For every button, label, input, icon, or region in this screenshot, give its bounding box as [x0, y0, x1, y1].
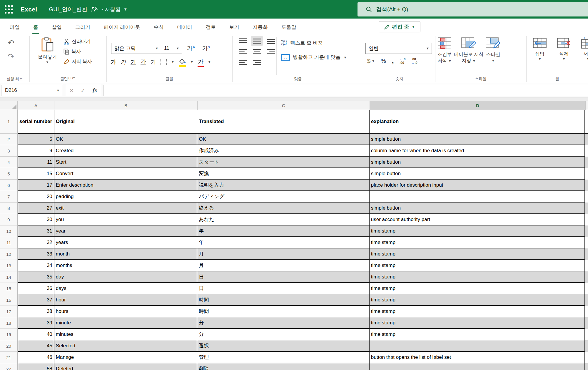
- tab-data[interactable]: 데이터: [171, 19, 199, 36]
- cell-serial[interactable]: 17: [18, 180, 54, 191]
- comma-format-button[interactable]: ,: [392, 59, 394, 63]
- cell-translated[interactable]: 終える: [197, 203, 369, 214]
- cell-original[interactable]: Selected: [54, 340, 198, 352]
- cell-original[interactable]: hours: [54, 306, 198, 317]
- row-number[interactable]: 5: [0, 168, 18, 180]
- cell-explanation[interactable]: time stamp: [370, 329, 585, 340]
- cell-original[interactable]: Enter description: [54, 180, 198, 191]
- align-bottom-button[interactable]: [265, 36, 277, 46]
- file-name[interactable]: GUI_언어_변환: [49, 6, 87, 13]
- cell-translated[interactable]: 月: [197, 260, 369, 271]
- row-number[interactable]: 9: [0, 214, 18, 225]
- cell-styles-button[interactable]: 스타일 ▼: [486, 37, 500, 64]
- row-number[interactable]: 12: [0, 248, 18, 260]
- row-number[interactable]: 8: [0, 203, 18, 214]
- cell-extra[interactable]: [585, 352, 588, 363]
- formula-input[interactable]: [103, 85, 588, 96]
- tab-insert[interactable]: 삽입: [45, 19, 69, 36]
- double-underline-button[interactable]: 가: [141, 59, 146, 65]
- cell-serial[interactable]: 5: [18, 134, 54, 145]
- cell-explanation[interactable]: simple button: [370, 157, 585, 168]
- row-number[interactable]: 13: [0, 260, 18, 271]
- cell-translated-header[interactable]: Translated: [197, 110, 369, 134]
- cell-serial[interactable]: 40: [18, 329, 54, 340]
- insert-function-icon[interactable]: fx: [93, 87, 97, 94]
- cell-serial[interactable]: 39: [18, 317, 54, 329]
- cell-extra[interactable]: [585, 340, 588, 352]
- cell-original[interactable]: Created: [54, 145, 198, 157]
- cell-extra[interactable]: [585, 145, 588, 157]
- redo-icon[interactable]: ↷: [8, 53, 14, 61]
- cell-serial[interactable]: 58: [18, 363, 54, 370]
- borders-chevron-icon[interactable]: ▼: [171, 60, 174, 64]
- paste-button[interactable]: 붙여넣기 ▼: [33, 37, 62, 74]
- cell-extra[interactable]: [585, 225, 588, 237]
- cell-extra[interactable]: [585, 363, 588, 370]
- cell-translated[interactable]: 時間: [197, 294, 369, 306]
- delete-cells-button[interactable]: 삭제 ▼: [554, 37, 573, 61]
- cell-original[interactable]: month: [54, 248, 198, 260]
- cell-original[interactable]: you: [54, 214, 198, 225]
- cell-explanation[interactable]: time stamp: [370, 317, 585, 329]
- cell-original-header[interactable]: Original: [54, 110, 198, 134]
- cut-button[interactable]: 잘라내기: [64, 39, 91, 45]
- cell-original[interactable]: years: [54, 237, 198, 248]
- row-number[interactable]: 7: [0, 191, 18, 203]
- cell-explanation[interactable]: time stamp: [370, 225, 585, 237]
- cell-extra[interactable]: [585, 329, 588, 340]
- cell-original[interactable]: year: [54, 225, 198, 237]
- cell-explanation[interactable]: [370, 363, 585, 370]
- tab-page-layout[interactable]: 페이지 레이아웃: [97, 19, 147, 36]
- row-number[interactable]: 1: [0, 110, 18, 134]
- cell-serial[interactable]: 37: [18, 294, 54, 306]
- cell-serial[interactable]: 20: [18, 191, 54, 203]
- row-number[interactable]: 3: [0, 145, 18, 157]
- cell-explanation[interactable]: time stamp: [370, 237, 585, 248]
- align-right-button[interactable]: [265, 47, 277, 57]
- tab-view[interactable]: 보기: [223, 19, 246, 36]
- cell-extra[interactable]: [585, 214, 588, 225]
- merge-center-button[interactable]: ↔ 병합하고 가운데 맞춤 ▼: [281, 54, 347, 61]
- cell-extra[interactable]: [585, 317, 588, 329]
- cell-translated[interactable]: 管理: [197, 352, 369, 363]
- row-number[interactable]: 22: [0, 363, 18, 370]
- grow-font-button[interactable]: 가∧: [187, 44, 195, 52]
- cell-extra[interactable]: [585, 134, 588, 145]
- cell-original[interactable]: minute: [54, 317, 198, 329]
- format-painter-button[interactable]: 서식 복사: [64, 59, 92, 65]
- cell-translated[interactable]: OK: [197, 134, 369, 145]
- cell-extra[interactable]: [585, 248, 588, 260]
- save-status[interactable]: - 저장됨: [101, 6, 121, 13]
- cell-explanation[interactable]: time stamp: [370, 248, 585, 260]
- font-color-chevron-icon[interactable]: ▼: [208, 60, 211, 64]
- cell-translated[interactable]: 変換: [197, 168, 369, 180]
- cell-serial[interactable]: 27: [18, 203, 54, 214]
- tab-home[interactable]: 홈: [26, 19, 45, 36]
- cell-original[interactable]: Start: [54, 157, 198, 168]
- cell-extra[interactable]: [585, 110, 588, 134]
- cell-serial[interactable]: 45: [18, 340, 54, 352]
- cell-original[interactable]: minutes: [54, 329, 198, 340]
- row-number[interactable]: 18: [0, 317, 18, 329]
- tab-automate[interactable]: 자동화: [246, 19, 275, 36]
- cell-extra[interactable]: [585, 271, 588, 283]
- search-input[interactable]: 검색(Alt + Q): [358, 2, 588, 16]
- cell-explanation[interactable]: simple button: [370, 134, 585, 145]
- cell-serial[interactable]: 46: [18, 352, 54, 363]
- cell-explanation[interactable]: button that opens the list of label set: [370, 352, 585, 363]
- tab-formulas[interactable]: 수식: [147, 19, 171, 36]
- tab-file[interactable]: 파일: [3, 19, 26, 36]
- row-number[interactable]: 20: [0, 340, 18, 352]
- cell-original[interactable]: exit: [54, 203, 198, 214]
- cell-extra[interactable]: [585, 191, 588, 203]
- cell-serial[interactable]: 35: [18, 271, 54, 283]
- row-number[interactable]: 21: [0, 352, 18, 363]
- align-middle-button[interactable]: [251, 36, 263, 46]
- cell-explanation[interactable]: place holder for description input: [370, 180, 585, 191]
- shared-people-icon[interactable]: [91, 7, 98, 12]
- row-number[interactable]: 19: [0, 329, 18, 340]
- cell-translated[interactable]: 説明を入力: [197, 180, 369, 191]
- bold-button[interactable]: 가: [111, 59, 116, 65]
- cell-translated[interactable]: 時間: [197, 306, 369, 317]
- cell-extra[interactable]: [585, 203, 588, 214]
